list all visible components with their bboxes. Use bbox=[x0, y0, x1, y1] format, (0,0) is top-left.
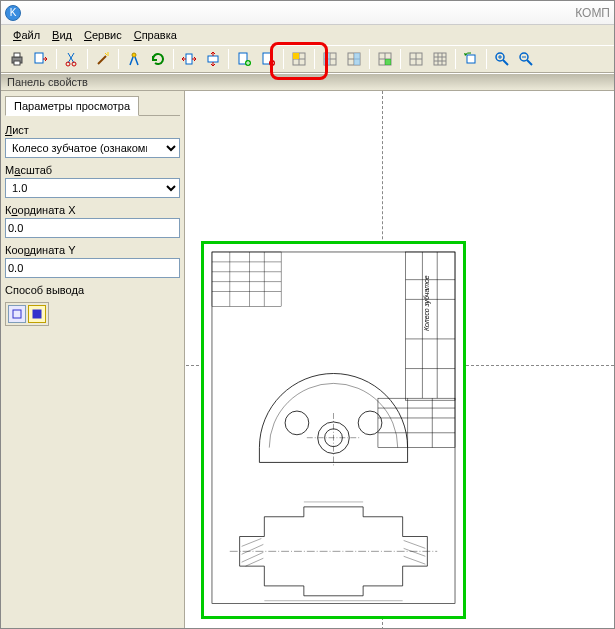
svg-line-51 bbox=[242, 544, 264, 554]
cut-button[interactable] bbox=[61, 48, 83, 70]
page-remove-icon bbox=[260, 51, 276, 67]
export-icon bbox=[33, 51, 49, 67]
cut-icon bbox=[64, 51, 80, 67]
separator bbox=[118, 49, 119, 69]
compass-button[interactable] bbox=[123, 48, 145, 70]
svg-rect-8 bbox=[208, 56, 218, 62]
svg-rect-3 bbox=[35, 53, 43, 63]
zoom-out-icon bbox=[518, 51, 534, 67]
square-icon bbox=[12, 309, 22, 319]
separator bbox=[228, 49, 229, 69]
app-icon: K bbox=[5, 5, 21, 21]
svg-rect-1 bbox=[14, 53, 20, 57]
output-mode-2[interactable] bbox=[28, 305, 46, 323]
svg-line-52 bbox=[242, 552, 264, 562]
panel-header: Панель свойств bbox=[1, 73, 614, 91]
grid-b2-button[interactable] bbox=[429, 48, 451, 70]
toolbar bbox=[1, 45, 614, 73]
grid-left-icon bbox=[322, 51, 338, 67]
separator bbox=[56, 49, 57, 69]
menu-bar: Файл Вид Сервис Справка bbox=[1, 25, 614, 45]
svg-rect-27 bbox=[33, 310, 41, 318]
output-mode-label: Способ вывода bbox=[5, 284, 180, 296]
coord-x-label: Координата X bbox=[5, 204, 180, 216]
coord-y-label: Координата Y bbox=[5, 244, 180, 256]
wand-icon bbox=[95, 51, 111, 67]
sheet-label: Лист bbox=[5, 124, 180, 136]
refresh-icon bbox=[150, 51, 166, 67]
square-fill-icon bbox=[32, 309, 42, 319]
print-button[interactable] bbox=[6, 48, 28, 70]
app-title: КОМП bbox=[575, 6, 610, 20]
canvas-area[interactable]: Колесо зубчатое bbox=[185, 91, 614, 629]
svg-rect-2 bbox=[14, 61, 20, 65]
separator bbox=[173, 49, 174, 69]
drawing-title-text: Колесо зубчатое bbox=[423, 275, 431, 331]
menu-file-label: айл bbox=[21, 29, 40, 41]
svg-rect-26 bbox=[13, 310, 21, 318]
tab-view-params[interactable]: Параметры просмотра bbox=[5, 96, 139, 116]
svg-line-50 bbox=[242, 538, 262, 546]
fit-v-button[interactable] bbox=[202, 48, 224, 70]
zoom-out-button[interactable] bbox=[515, 48, 537, 70]
svg-line-55 bbox=[404, 548, 426, 556]
fit-h-button[interactable] bbox=[178, 48, 200, 70]
grid-right-icon bbox=[346, 51, 362, 67]
sheet-select[interactable]: Колесо зубчатое (ознакомител bbox=[5, 138, 180, 158]
scale-select[interactable]: 1.0 bbox=[5, 178, 180, 198]
scale-label: Масштаб bbox=[5, 164, 180, 176]
drawing-page[interactable]: Колесо зубчатое bbox=[201, 241, 466, 619]
svg-point-46 bbox=[285, 411, 309, 435]
svg-point-47 bbox=[358, 411, 382, 435]
separator bbox=[486, 49, 487, 69]
menu-file[interactable]: Файл bbox=[7, 27, 46, 43]
menu-view-label: ид bbox=[59, 29, 72, 41]
output-mode-1[interactable] bbox=[8, 305, 26, 323]
separator bbox=[369, 49, 370, 69]
print-icon bbox=[9, 51, 25, 67]
menu-service[interactable]: Сервис bbox=[78, 27, 128, 43]
svg-rect-22 bbox=[434, 53, 446, 65]
rotate-icon bbox=[463, 51, 479, 67]
coord-x-input[interactable] bbox=[5, 218, 180, 238]
separator bbox=[314, 49, 315, 69]
technical-drawing: Колесо зубчатое bbox=[210, 250, 457, 606]
fit-horizontal-icon bbox=[181, 51, 197, 67]
menu-help-label: правка bbox=[142, 29, 177, 41]
zoom-in-icon bbox=[494, 51, 510, 67]
grid-left-button[interactable] bbox=[319, 48, 341, 70]
svg-rect-16 bbox=[324, 53, 330, 65]
grid-b1-icon bbox=[408, 51, 424, 67]
rotate-button[interactable] bbox=[460, 48, 482, 70]
main-area: Параметры просмотра Лист Колесо зубчатое… bbox=[1, 91, 614, 629]
fit-vertical-icon bbox=[205, 51, 221, 67]
separator bbox=[283, 49, 284, 69]
grid-select-button[interactable] bbox=[374, 48, 396, 70]
properties-panel: Параметры просмотра Лист Колесо зубчатое… bbox=[1, 91, 185, 629]
svg-rect-18 bbox=[354, 53, 360, 65]
svg-rect-36 bbox=[212, 252, 281, 306]
menu-view[interactable]: Вид bbox=[46, 27, 78, 43]
zoom-in-button[interactable] bbox=[491, 48, 513, 70]
grid-icon bbox=[291, 51, 307, 67]
page-remove-button[interactable] bbox=[257, 48, 279, 70]
page-add-button[interactable] bbox=[233, 48, 255, 70]
separator bbox=[455, 49, 456, 69]
export-button[interactable] bbox=[30, 48, 52, 70]
svg-rect-20 bbox=[385, 59, 391, 65]
svg-rect-7 bbox=[186, 54, 192, 64]
menu-help[interactable]: Справка bbox=[128, 27, 183, 43]
svg-line-54 bbox=[404, 540, 426, 548]
wand-button[interactable] bbox=[92, 48, 114, 70]
refresh-button[interactable] bbox=[147, 48, 169, 70]
coord-y-input[interactable] bbox=[5, 258, 180, 278]
svg-point-6 bbox=[132, 53, 136, 57]
tab-strip: Параметры просмотра bbox=[5, 95, 180, 116]
svg-line-53 bbox=[246, 558, 264, 566]
compass-icon bbox=[126, 51, 142, 67]
separator bbox=[400, 49, 401, 69]
svg-rect-61 bbox=[378, 398, 455, 447]
grid-right-button[interactable] bbox=[343, 48, 365, 70]
grid1-button[interactable] bbox=[288, 48, 310, 70]
grid-b1-button[interactable] bbox=[405, 48, 427, 70]
